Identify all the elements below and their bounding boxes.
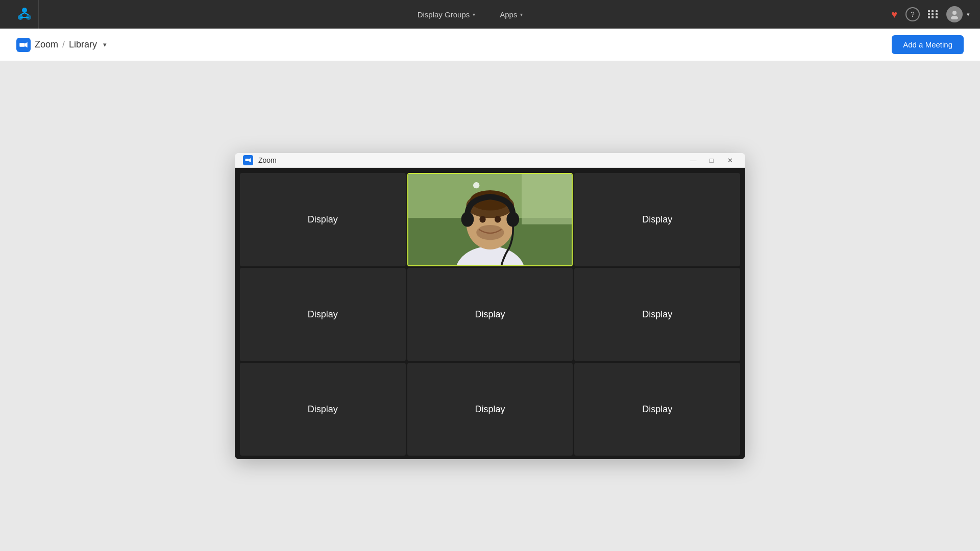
breadcrumb-separator: / xyxy=(62,39,65,50)
grid-dot-5 xyxy=(932,13,934,15)
display-label-5: Display xyxy=(475,309,505,320)
nav-right-actions: ♥ ? ▾ xyxy=(891,6,970,22)
add-meeting-button[interactable]: Add a Meeting xyxy=(892,35,964,54)
svg-point-22 xyxy=(479,216,485,223)
display-label-9: Display xyxy=(642,404,672,415)
display-cell-8[interactable]: Display xyxy=(407,363,573,456)
window-zoom-app-icon xyxy=(243,155,253,165)
display-label-1: Display xyxy=(308,214,338,225)
window-controls: — □ ✕ xyxy=(686,153,737,167)
video-feed xyxy=(408,174,572,265)
display-groups-label: Display Groups xyxy=(418,10,470,19)
svg-point-7 xyxy=(951,16,958,19)
zoom-window: Zoom — □ ✕ Display xyxy=(235,153,745,459)
svg-rect-8 xyxy=(19,43,24,47)
grid-dot-7 xyxy=(928,16,930,18)
display-cell-9[interactable]: Display xyxy=(574,363,740,456)
svg-point-24 xyxy=(476,225,504,240)
user-profile-area: ▾ xyxy=(946,6,970,22)
display-grid: Display xyxy=(235,168,745,459)
nav-logo xyxy=(10,0,39,29)
minimize-button[interactable]: — xyxy=(686,153,700,167)
display-cell-1[interactable]: Display xyxy=(240,173,406,266)
secondary-header: Zoom / Library ▾ Add a Meeting xyxy=(0,29,980,61)
display-cell-7[interactable]: Display xyxy=(240,363,406,456)
window-titlebar: Zoom — □ ✕ xyxy=(235,153,745,168)
display-cell-active[interactable] xyxy=(407,173,573,266)
svg-point-6 xyxy=(952,11,957,15)
svg-point-0 xyxy=(22,8,27,13)
display-cell-6[interactable]: Display xyxy=(574,268,740,361)
display-cell-4[interactable]: Display xyxy=(240,268,406,361)
display-label-6: Display xyxy=(642,309,672,320)
nav-links: Display Groups ▾ Apps ▾ xyxy=(49,0,891,29)
svg-rect-10 xyxy=(246,159,249,161)
grid-dot-8 xyxy=(932,16,934,18)
breadcrumb-chevron[interactable]: ▾ xyxy=(103,41,107,48)
heart-icon[interactable]: ♥ xyxy=(891,9,897,20)
grid-dot-4 xyxy=(928,13,930,15)
svg-marker-9 xyxy=(25,42,28,47)
apps-chevron: ▾ xyxy=(520,12,523,17)
svg-rect-15 xyxy=(522,174,572,224)
zoom-app-icon xyxy=(16,38,31,52)
svg-marker-11 xyxy=(249,158,251,162)
window-title: Zoom xyxy=(258,156,681,164)
svg-line-4 xyxy=(24,13,29,15)
apps-label: Apps xyxy=(500,10,517,19)
breadcrumb-app-name: Zoom xyxy=(35,39,58,50)
svg-point-25 xyxy=(461,212,474,227)
svg-line-3 xyxy=(20,13,24,15)
display-cell-5[interactable]: Display xyxy=(407,268,573,361)
svg-point-23 xyxy=(495,216,501,223)
grid-dot-2 xyxy=(932,10,934,12)
grid-dot-3 xyxy=(936,10,938,12)
top-navigation: Display Groups ▾ Apps ▾ ♥ ? xyxy=(0,0,980,29)
apps-nav[interactable]: Apps ▾ xyxy=(487,0,535,29)
display-label-7: Display xyxy=(308,404,338,415)
grid-dot-1 xyxy=(928,10,930,12)
help-label: ? xyxy=(911,10,915,18)
user-menu-chevron[interactable]: ▾ xyxy=(967,11,970,18)
close-button[interactable]: ✕ xyxy=(723,153,737,167)
svg-point-16 xyxy=(473,182,479,188)
maximize-button[interactable]: □ xyxy=(704,153,719,167)
display-label-3: Display xyxy=(642,214,672,225)
display-groups-chevron: ▾ xyxy=(473,12,475,17)
display-label-4: Display xyxy=(308,309,338,320)
breadcrumb-section: Library xyxy=(69,39,97,50)
grid-apps-icon[interactable] xyxy=(928,10,938,18)
display-label-8: Display xyxy=(475,404,505,415)
grid-dot-6 xyxy=(936,13,938,15)
help-button[interactable]: ? xyxy=(905,7,920,21)
grid-dot-9 xyxy=(936,16,938,18)
display-cell-3[interactable]: Display xyxy=(574,173,740,266)
display-groups-nav[interactable]: Display Groups ▾ xyxy=(405,0,488,29)
main-content: Zoom — □ ✕ Display xyxy=(0,61,980,551)
breadcrumb: Zoom / Library ▾ xyxy=(16,38,107,52)
user-avatar[interactable] xyxy=(946,6,963,22)
